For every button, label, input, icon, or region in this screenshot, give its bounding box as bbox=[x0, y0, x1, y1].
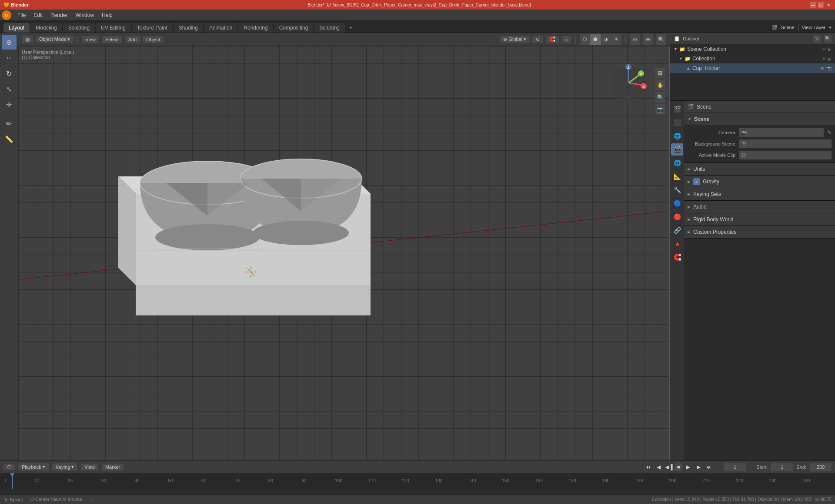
modifier-props-tab[interactable]: 🔧 bbox=[671, 184, 683, 196]
rigid-body-header[interactable]: ▶ Rigid Body World bbox=[684, 213, 835, 225]
pivot-point[interactable]: ⊙ bbox=[532, 36, 543, 43]
tab-texture-paint[interactable]: Texture Paint bbox=[132, 23, 173, 33]
tab-rendering[interactable]: Rendering bbox=[238, 23, 273, 33]
data-props-tab[interactable]: 🔺 bbox=[671, 238, 683, 250]
outliner-search[interactable]: 🔍 bbox=[824, 35, 832, 43]
stop-button[interactable]: ■ bbox=[675, 463, 682, 471]
hand-icon[interactable]: ✋ bbox=[655, 80, 665, 90]
particle-props-tab[interactable]: 🔵 bbox=[671, 197, 683, 209]
scene-section-header[interactable]: ▼ Scene bbox=[684, 113, 835, 125]
rotate-tool[interactable]: ↻ bbox=[2, 66, 17, 81]
tab-uv-editing[interactable]: UV Editing bbox=[96, 23, 131, 33]
measure-tool[interactable]: 📏 bbox=[2, 132, 17, 146]
editor-type-button[interactable]: ▤ bbox=[22, 36, 33, 43]
scale-tool[interactable]: ⤡ bbox=[2, 82, 17, 96]
start-frame-input[interactable] bbox=[771, 463, 793, 471]
tab-shading[interactable]: Shading bbox=[174, 23, 203, 33]
menu-help[interactable]: Help bbox=[98, 11, 116, 19]
timeline-track[interactable]: 1102030405060708090100110120130140150160… bbox=[0, 473, 835, 489]
custom-props-header[interactable]: ▶ Custom Properties bbox=[684, 226, 835, 238]
menu-render[interactable]: Render bbox=[47, 11, 71, 19]
close-button[interactable]: ✕ bbox=[825, 2, 832, 8]
units-header[interactable]: ▶ Units bbox=[684, 163, 835, 175]
camera-field[interactable]: 📷 bbox=[739, 128, 824, 137]
search-button[interactable]: 🔍 bbox=[656, 34, 666, 45]
eye-icon-2[interactable]: 👁 bbox=[822, 56, 826, 61]
step-forward-button[interactable]: ▶ bbox=[694, 462, 703, 472]
proportional-edit[interactable]: ○ bbox=[561, 36, 571, 43]
outliner-filter[interactable]: ▽ bbox=[813, 35, 821, 43]
camera-edit-icon[interactable]: ✎ bbox=[827, 129, 832, 136]
eye-icon[interactable]: 👁 bbox=[822, 47, 826, 52]
rendered-shading[interactable]: ☀ bbox=[611, 34, 621, 45]
select-icon-2[interactable]: ▶ bbox=[828, 56, 832, 61]
zoom-icon[interactable]: 🔍 bbox=[655, 92, 665, 103]
maximize-button[interactable]: □ bbox=[818, 2, 824, 8]
camera-icon-3[interactable]: 📷 bbox=[826, 66, 832, 71]
gravity-checkbox[interactable]: ✓ bbox=[693, 178, 700, 185]
play-button[interactable]: ▶ bbox=[683, 462, 693, 472]
select-icon[interactable]: ▶ bbox=[828, 47, 832, 52]
constraints-props-tab[interactable]: 🔗 bbox=[671, 224, 683, 236]
tab-animation[interactable]: Animation bbox=[204, 23, 237, 33]
output-props-tab[interactable]: ⬛ bbox=[671, 116, 683, 129]
outliner-collection[interactable]: ▼ 📁 Collection 👁 ▶ bbox=[670, 54, 835, 63]
outliner-cup-holder[interactable]: ▲ Cup_Holder 👁 📷 bbox=[670, 63, 835, 73]
physics-props-tab[interactable]: 🔴 bbox=[671, 211, 683, 223]
tab-sculpting[interactable]: Sculpting bbox=[63, 23, 95, 33]
end-frame-input[interactable] bbox=[810, 463, 832, 471]
viewport-overlays[interactable]: ⊙ bbox=[630, 34, 640, 45]
wireframe-shading[interactable]: ⬡ bbox=[580, 34, 590, 45]
jump-start-button[interactable]: ⏮ bbox=[643, 462, 653, 472]
grid-icon[interactable]: ⊞ bbox=[655, 68, 665, 78]
transform-tool[interactable]: ✛ bbox=[2, 97, 17, 112]
marker-menu[interactable]: Marker bbox=[102, 464, 124, 471]
menu-window[interactable]: Window bbox=[72, 11, 97, 19]
current-frame-input[interactable]: 1 bbox=[724, 463, 746, 471]
menu-edit[interactable]: Edit bbox=[30, 11, 46, 19]
audio-header[interactable]: ▶ Audio bbox=[684, 201, 835, 213]
minimize-button[interactable]: — bbox=[810, 2, 816, 8]
gravity-header[interactable]: ▶ ✓ Gravity bbox=[684, 176, 835, 188]
object-mode-button[interactable]: Object Mode ▾ bbox=[36, 36, 73, 43]
world-props-tab[interactable]: 🌐 bbox=[671, 157, 683, 169]
view-menu-timeline[interactable]: View bbox=[81, 464, 98, 471]
render-props-tab[interactable]: 🎬 bbox=[671, 103, 683, 115]
play-reverse-button[interactable]: ◀▐ bbox=[664, 462, 674, 472]
solid-shading[interactable]: ⬢ bbox=[590, 34, 601, 45]
navigation-gizmo[interactable]: Z Y X bbox=[609, 63, 648, 103]
gizmos-button[interactable]: ⊕ bbox=[643, 34, 653, 45]
material-shading[interactable]: ◑ bbox=[601, 34, 611, 45]
keying-menu[interactable]: Keying▾ bbox=[52, 463, 78, 471]
tab-modeling[interactable]: Modeling bbox=[30, 23, 62, 33]
view-menu[interactable]: View bbox=[82, 36, 99, 43]
add-workspace-button[interactable]: + bbox=[346, 23, 356, 33]
bg-scene-field[interactable]: 🎬 bbox=[739, 139, 832, 148]
select-menu[interactable]: Select bbox=[102, 36, 122, 43]
menu-file[interactable]: File bbox=[14, 11, 29, 19]
tab-compositing[interactable]: Compositing bbox=[274, 23, 314, 33]
object-props-tab[interactable]: 📐 bbox=[671, 170, 683, 182]
tab-layout[interactable]: Layout bbox=[3, 23, 30, 33]
tab-scripting[interactable]: Scripting bbox=[314, 23, 345, 33]
view-layer-props-tab[interactable]: 🌐 bbox=[671, 130, 683, 142]
step-back-button[interactable]: ◀ bbox=[654, 462, 663, 472]
camera-icon[interactable]: 📷 bbox=[655, 104, 665, 115]
timeline-editor-type[interactable]: ⏱ bbox=[3, 464, 15, 470]
annotate-tool[interactable]: ✏ bbox=[2, 116, 17, 131]
add-menu[interactable]: Add bbox=[125, 36, 140, 43]
eye-icon-3[interactable]: 👁 bbox=[820, 66, 825, 71]
snapping[interactable]: 🧲 bbox=[546, 36, 559, 43]
material-props-tab[interactable]: 🧲 bbox=[671, 251, 683, 263]
global-transform[interactable]: ⊕ Global ▾ bbox=[500, 36, 530, 43]
object-menu[interactable]: Object bbox=[143, 36, 164, 43]
cursor-tool[interactable]: ⊕ bbox=[2, 35, 17, 50]
viewport-canvas[interactable]: User Perspective (Local) (1) Collection bbox=[18, 46, 670, 461]
move-tool[interactable]: ↔ bbox=[2, 50, 17, 65]
jump-end-button[interactable]: ⏭ bbox=[704, 462, 714, 472]
playback-menu[interactable]: Playback▾ bbox=[18, 463, 49, 471]
outliner-scene-collection[interactable]: ▼ 📁 Scene Collection 👁 ▶ bbox=[670, 44, 835, 54]
keying-sets-header[interactable]: ▶ Keying Sets bbox=[684, 188, 835, 200]
scene-props-tab[interactable]: 🎬 bbox=[671, 143, 683, 156]
movie-clip-field[interactable]: 🎞 bbox=[739, 151, 832, 159]
